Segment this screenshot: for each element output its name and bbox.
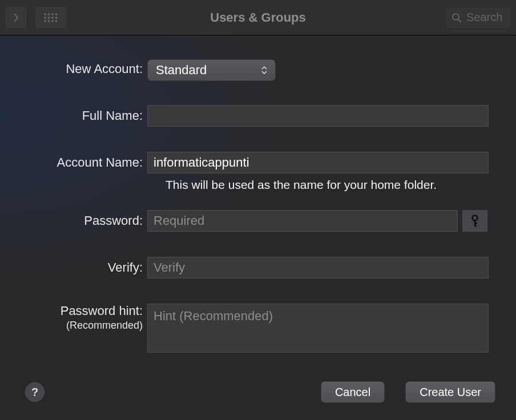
password-label: Password: — [0, 210, 147, 228]
svg-point-14 — [473, 216, 478, 221]
row-account-name: Account Name: This will be used as the n… — [0, 152, 516, 192]
search-icon — [452, 13, 462, 23]
show-all-button[interactable] — [34, 6, 67, 29]
chevron-right-icon — [13, 13, 19, 22]
password-input[interactable] — [147, 210, 458, 232]
create-user-sheet: New Account: Standard Full Name: Account… — [0, 35, 516, 420]
new-account-value: Standard — [156, 63, 207, 78]
svg-point-1 — [48, 13, 50, 15]
page-title: Users & Groups — [210, 10, 306, 25]
svg-point-2 — [51, 13, 54, 15]
cancel-label: Cancel — [335, 386, 370, 399]
hint-label: Password hint: — [61, 304, 143, 318]
row-verify: Verify: — [0, 257, 516, 278]
new-account-select[interactable]: Standard — [147, 59, 276, 81]
create-user-label: Create User — [420, 386, 481, 399]
footer: ? Cancel Create User — [0, 381, 516, 403]
password-assistant-button[interactable] — [462, 210, 487, 232]
verify-input[interactable] — [147, 257, 489, 278]
svg-point-6 — [51, 17, 54, 19]
row-password: Password: — [0, 210, 516, 232]
svg-point-7 — [55, 17, 58, 19]
row-new-account: New Account: Standard — [0, 59, 516, 81]
svg-point-4 — [44, 17, 46, 19]
account-name-hint: This will be used as the name for your h… — [166, 178, 490, 192]
help-icon: ? — [31, 386, 38, 399]
new-account-label: New Account: — [0, 59, 147, 76]
svg-point-11 — [55, 20, 58, 22]
toolbar: Users & Groups Search — [0, 0, 516, 35]
full-name-label: Full Name: — [0, 105, 147, 123]
grid-icon — [43, 13, 58, 23]
svg-point-9 — [48, 20, 50, 22]
row-password-hint: Password hint: (Recommended) — [0, 304, 516, 353]
svg-point-0 — [44, 13, 46, 15]
svg-point-3 — [55, 13, 58, 15]
hint-input[interactable] — [147, 304, 489, 353]
account-name-input[interactable] — [147, 152, 489, 173]
search-field[interactable]: Search — [445, 6, 511, 29]
verify-label: Verify: — [0, 257, 147, 275]
svg-point-10 — [51, 20, 54, 22]
svg-point-5 — [48, 17, 50, 19]
svg-point-12 — [453, 14, 459, 20]
full-name-input[interactable] — [147, 105, 489, 127]
row-full-name: Full Name: — [0, 105, 516, 127]
help-button[interactable]: ? — [25, 382, 45, 402]
svg-line-13 — [458, 19, 461, 22]
search-placeholder: Search — [466, 11, 502, 24]
form: New Account: Standard Full Name: Account… — [0, 59, 516, 353]
chevrons-icon — [261, 66, 267, 74]
key-icon — [470, 215, 480, 227]
account-name-label: Account Name: — [0, 152, 147, 170]
back-button[interactable] — [5, 6, 27, 29]
hint-sub-label: (Recommended) — [66, 320, 143, 332]
create-user-button[interactable]: Create User — [405, 381, 495, 403]
cancel-button[interactable]: Cancel — [321, 381, 385, 403]
svg-point-8 — [44, 20, 46, 22]
